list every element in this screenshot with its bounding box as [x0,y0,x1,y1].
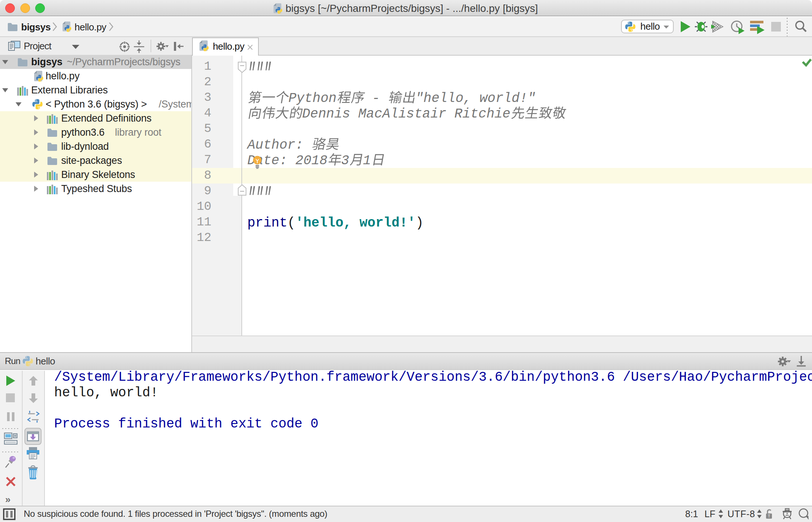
svg-text:T: T [768,514,770,518]
